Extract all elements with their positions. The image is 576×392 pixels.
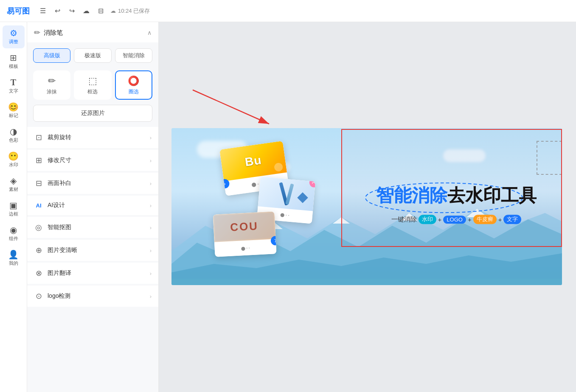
mine-icon: 👤	[8, 250, 19, 259]
tool-buttons: ✏ 涂抹 ⬚ 框选 ⭕ 圈选	[27, 67, 158, 105]
sidebar-label-material: 素材	[9, 186, 18, 193]
banner-image: Bu ⬤ ◦ ◦ › ⬤	[171, 128, 562, 285]
canvas-area[interactable]: Bu ⬤ ◦ ◦ › ⬤	[159, 22, 576, 392]
topbar: 易可图 ☰ ↩ ↪ ☁ ⊟ ☁ 10:24 已保存	[0, 0, 576, 22]
mode-tab-fast[interactable]: 极速版	[74, 48, 111, 63]
text-icon: T	[11, 78, 16, 87]
sidebar-item-watermark[interactable]: 😶 水印	[3, 148, 25, 171]
sidebar-item-adjust[interactable]: ⚙ 调整	[3, 25, 25, 48]
tag-text: 文字	[503, 215, 521, 224]
sidebar-label-text: 文字	[9, 88, 18, 94]
menu-ai-design[interactable]: AI AI设计 ›	[27, 196, 158, 215]
sidebar-item-material[interactable]: ◈ 素材	[3, 173, 25, 196]
menu-crop[interactable]: ⊡ 裁剪旋转 ›	[27, 127, 158, 148]
menu-translate[interactable]: ⊗ 图片翻译 ›	[27, 263, 158, 284]
banner-text-area: 智能消除去水印工具 一键消除 水印 + LOGO + 牛皮癣 + 文字	[376, 185, 537, 224]
sidebar-label-template: 模板	[9, 63, 18, 70]
tag-logo: LOGO	[443, 216, 466, 224]
redo-icon[interactable]: ↪	[67, 6, 76, 16]
menu-fill[interactable]: ⊟ 画面补白 ›	[27, 173, 158, 194]
resize-icon: ⊞	[34, 156, 43, 165]
cloud-icon[interactable]: ☁	[81, 6, 91, 16]
app-logo: 易可图	[7, 6, 30, 16]
mode-tab-advanced[interactable]: 高级版	[33, 48, 70, 63]
sidebar-label-mark: 标记	[9, 112, 18, 119]
tool-box-select[interactable]: ⬚ 框选	[74, 70, 111, 100]
undo-icon[interactable]: ↩	[53, 6, 62, 16]
collapse-button[interactable]: ∧	[147, 29, 152, 36]
dashed-corner	[537, 141, 562, 175]
material-icon: ◈	[10, 176, 17, 185]
lasso-icon: ⭕	[128, 76, 139, 87]
ai-design-icon: AI	[34, 202, 43, 209]
sidebar-item-component[interactable]: ◉ 组件	[3, 222, 25, 245]
eraser-icon: ✏	[34, 28, 40, 37]
eraser-section-header: ✏ 消除笔 ∧	[27, 22, 158, 42]
watermark-icon: 😶	[8, 152, 19, 160]
menu-smart-cutout[interactable]: ◎ 智能抠图 ›	[27, 217, 158, 238]
sidebar-item-color[interactable]: ◑ 色彩	[3, 124, 25, 147]
sidebar-label-mine: 我的	[9, 260, 18, 266]
resize-chevron: ›	[150, 157, 152, 164]
color-icon: ◑	[10, 127, 17, 136]
tool-lasso[interactable]: ⭕ 圈选	[115, 70, 152, 100]
sidebar-label-color: 色彩	[9, 137, 18, 143]
main-layout: ⚙ 调整 ⊞ 模板 T 文字 😊 标记 ◑ 色彩 😶 水印 ◈ 素材 ▣ 边	[0, 22, 576, 392]
template-icon: ⊞	[10, 53, 17, 62]
sidebar-item-text[interactable]: T 文字	[3, 75, 25, 98]
mode-tabs: 高级版 极速版 智能消除	[27, 44, 158, 67]
sharpen-icon: ⊕	[34, 246, 43, 255]
sharpen-chevron: ›	[150, 247, 152, 254]
crop-icon: ⊡	[34, 133, 43, 142]
component-icon: ◉	[10, 226, 17, 234]
logo-detect-icon: ⊙	[34, 291, 43, 301]
sidebar-label-adjust: 调整	[9, 39, 18, 45]
crop-chevron: ›	[150, 134, 152, 141]
mode-tab-smart[interactable]: 智能消除	[115, 48, 152, 63]
box-select-icon: ⬚	[88, 76, 97, 87]
sidebar-label-component: 组件	[9, 235, 18, 242]
banner-subtitle: 一键消除 水印 + LOGO + 牛皮癣 + 文字	[376, 215, 537, 224]
smear-icon: ✏	[48, 76, 56, 87]
fill-chevron: ›	[150, 180, 152, 187]
menu-sharpen[interactable]: ⊕ 图片变清晰 ›	[27, 240, 158, 261]
sidebar-item-mine[interactable]: 👤 我的	[3, 247, 25, 270]
logo-detect-chevron: ›	[150, 293, 152, 300]
sidebar-item-template[interactable]: ⊞ 模板	[3, 50, 25, 73]
sidebar-item-border[interactable]: ▣ 边框	[3, 198, 25, 221]
ai-design-chevron: ›	[150, 202, 152, 209]
menu-icon[interactable]: ☰	[38, 6, 48, 16]
adjust-icon: ⚙	[10, 29, 17, 37]
banner-main-title: 智能消除去水印工具	[376, 185, 537, 206]
sidebar-label-watermark: 水印	[9, 162, 18, 168]
product-card-3: COU ⬤ ◦ ◦ 7	[213, 211, 276, 257]
menu-resize[interactable]: ⊞ 修改尺寸 ›	[27, 150, 158, 171]
fill-icon: ⊟	[34, 179, 43, 188]
svg-rect-5	[171, 279, 562, 285]
mark-icon: 😊	[8, 103, 19, 111]
split-view-icon[interactable]: ⊟	[96, 6, 105, 16]
sidebar-item-mark[interactable]: 😊 标记	[3, 99, 25, 122]
tag-watermark: 水印	[419, 215, 436, 224]
sidebar-label-border: 边框	[9, 211, 18, 217]
sidebar-icons: ⚙ 调整 ⊞ 模板 T 文字 😊 标记 ◑ 色彩 😶 水印 ◈ 素材 ▣ 边	[0, 22, 27, 392]
eraser-title: ✏ 消除笔	[34, 28, 63, 37]
tag-peel: 牛皮癣	[473, 215, 497, 224]
svg-line-1	[193, 90, 269, 124]
translate-chevron: ›	[150, 270, 152, 277]
save-status: ☁ 10:24 已保存	[110, 7, 150, 15]
smart-cutout-icon: ◎	[34, 223, 43, 232]
border-icon: ▣	[9, 201, 17, 210]
left-panel: ✏ 消除笔 ∧ 高级版 极速版 智能消除 ✏ 涂抹 ⬚ 框选 ⭕ 圈选	[27, 22, 159, 392]
smart-cutout-chevron: ›	[150, 224, 152, 231]
tool-smear[interactable]: ✏ 涂抹	[33, 70, 70, 100]
restore-button[interactable]: 还原图片	[33, 105, 152, 122]
translate-icon: ⊗	[34, 269, 43, 278]
menu-logo-detect[interactable]: ⊙ logo检测 ›	[27, 286, 158, 307]
cloud-shape2	[443, 149, 486, 162]
arrow-pointer	[184, 81, 278, 132]
